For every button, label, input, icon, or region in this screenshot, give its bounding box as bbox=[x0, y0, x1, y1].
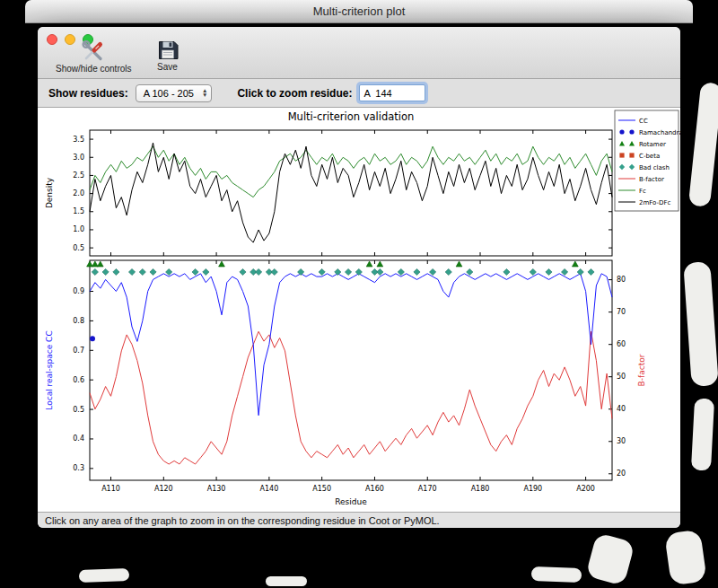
svg-text:2mFo-DFc: 2mFo-DFc bbox=[639, 199, 670, 206]
svg-text:0.8: 0.8 bbox=[73, 317, 84, 325]
svg-text:B-factor: B-factor bbox=[639, 176, 664, 183]
svg-text:A150: A150 bbox=[312, 485, 331, 493]
show-hide-controls-label: Show/hide controls bbox=[56, 64, 132, 74]
plot-area: Multi-criterion validation0.51.01.52.02.… bbox=[38, 108, 680, 512]
controls-row: Show residues: A 106 - 205 ▲▼ Click to z… bbox=[38, 79, 680, 108]
svg-text:Rotamer: Rotamer bbox=[639, 141, 666, 148]
svg-text:Density: Density bbox=[45, 177, 54, 208]
svg-text:A120: A120 bbox=[154, 485, 173, 493]
svg-text:40: 40 bbox=[617, 405, 626, 413]
window-title: Multi-criterion plot bbox=[313, 4, 406, 18]
status-bar: Click on any area of the graph to zoom i… bbox=[38, 512, 680, 528]
svg-text:60: 60 bbox=[617, 340, 626, 348]
svg-text:0.7: 0.7 bbox=[73, 347, 84, 355]
window-chrome: Show/hide controls Save bbox=[38, 27, 680, 79]
svg-text:2.0: 2.0 bbox=[73, 189, 84, 197]
svg-text:A140: A140 bbox=[260, 485, 279, 493]
svg-text:30: 30 bbox=[617, 437, 626, 445]
svg-text:Multi-criterion validation: Multi-criterion validation bbox=[288, 110, 415, 123]
svg-text:70: 70 bbox=[617, 308, 626, 316]
zoom-residue-input[interactable] bbox=[359, 84, 425, 101]
dropdown-arrows-icon: ▲▼ bbox=[200, 89, 207, 97]
save-icon bbox=[157, 39, 179, 61]
zoom-residue-label: Click to zoom residue: bbox=[237, 87, 352, 100]
residues-dropdown-value: A 106 - 205 bbox=[144, 88, 194, 99]
svg-text:A200: A200 bbox=[576, 485, 595, 493]
edge-artifact bbox=[79, 568, 129, 583]
svg-text:Local real-space CC: Local real-space CC bbox=[45, 330, 54, 409]
svg-text:3.0: 3.0 bbox=[73, 154, 84, 162]
svg-text:A130: A130 bbox=[207, 485, 226, 493]
save-button[interactable]: Save bbox=[153, 39, 182, 74]
show-hide-controls-button[interactable]: Show/hide controls bbox=[52, 39, 136, 74]
svg-text:0.3: 0.3 bbox=[73, 464, 84, 472]
svg-text:0.6: 0.6 bbox=[73, 376, 84, 384]
svg-text:0.9: 0.9 bbox=[73, 287, 84, 295]
svg-text:1.5: 1.5 bbox=[73, 207, 84, 215]
edge-artifact bbox=[688, 82, 718, 207]
svg-text:1.0: 1.0 bbox=[73, 225, 84, 233]
svg-text:A160: A160 bbox=[365, 485, 384, 493]
svg-text:Residue: Residue bbox=[335, 497, 367, 506]
edge-artifact bbox=[691, 398, 714, 470]
svg-text:0.5: 0.5 bbox=[73, 244, 84, 252]
svg-text:0.5: 0.5 bbox=[73, 406, 84, 414]
svg-text:A190: A190 bbox=[523, 485, 542, 493]
svg-text:Ramachandran: Ramachandran bbox=[639, 129, 680, 136]
svg-text:3.5: 3.5 bbox=[73, 136, 84, 144]
residues-dropdown[interactable]: A 106 - 205 ▲▼ bbox=[136, 84, 213, 102]
svg-text:50: 50 bbox=[617, 373, 626, 381]
show-residues-label: Show residues: bbox=[48, 87, 128, 100]
tools-icon bbox=[82, 39, 105, 63]
edge-artifact bbox=[683, 261, 718, 387]
svg-text:CC: CC bbox=[639, 118, 648, 125]
svg-text:A180: A180 bbox=[471, 485, 490, 493]
svg-text:C-beta: C-beta bbox=[639, 153, 660, 160]
svg-text:0.4: 0.4 bbox=[73, 434, 84, 443]
edge-artifact bbox=[585, 532, 635, 586]
plot-window: Show/hide controls Save Show residues: A… bbox=[38, 27, 680, 528]
svg-text:B-factor: B-factor bbox=[637, 354, 646, 386]
svg-text:20: 20 bbox=[617, 470, 626, 478]
svg-text:80: 80 bbox=[617, 276, 626, 284]
edge-artifact bbox=[531, 566, 582, 583]
window-titlebar[interactable]: Multi-criterion plot bbox=[25, 0, 693, 23]
svg-text:Fc: Fc bbox=[639, 188, 646, 195]
multi-criterion-figure[interactable]: Multi-criterion validation0.51.01.52.02.… bbox=[38, 108, 680, 512]
svg-text:Bad clash: Bad clash bbox=[639, 164, 670, 171]
svg-text:2.5: 2.5 bbox=[73, 171, 84, 180]
edge-artifact bbox=[266, 576, 307, 586]
svg-text:A110: A110 bbox=[101, 485, 120, 493]
toolbar: Show/hide controls Save bbox=[52, 39, 182, 74]
save-label: Save bbox=[157, 62, 178, 72]
edge-artifact bbox=[664, 529, 707, 585]
status-text: Click on any area of the graph to zoom i… bbox=[45, 515, 440, 526]
svg-text:A170: A170 bbox=[418, 485, 437, 493]
